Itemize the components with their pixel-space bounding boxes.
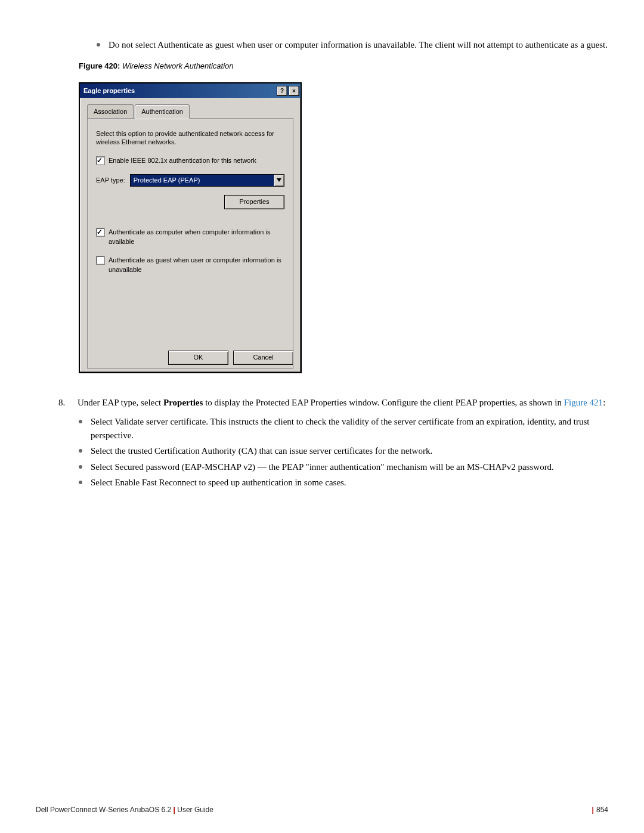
page: Do not select Authenticate as guest when… <box>0 0 644 833</box>
pipe-icon: | <box>592 804 594 815</box>
footer-guide: User Guide <box>177 806 213 814</box>
eap-type-dropdown[interactable]: Protected EAP (PEAP) <box>130 174 284 187</box>
close-button[interactable]: × <box>289 86 299 96</box>
bullet-text: Do not select Authenticate as guest when… <box>109 40 608 49</box>
checkbox-icon <box>96 228 105 237</box>
properties-dialog: Eagle properties ? × Association Authent… <box>79 82 302 373</box>
tab-label: Association <box>94 108 127 115</box>
list-item: Do not select Authenticate as guest when… <box>95 38 608 52</box>
dialog-description: Select this option to provide authentica… <box>96 129 284 147</box>
bullet-text: Select Secured password (EAP-MSCHAP v2) … <box>91 462 554 472</box>
titlebar-buttons: ? × <box>277 86 299 96</box>
checkbox-auth-as-computer[interactable]: Authenticate as computer when computer i… <box>96 227 284 247</box>
list-item: Select Validate server certificate. This… <box>78 415 608 442</box>
properties-button-row: Properties <box>96 195 284 209</box>
figure-number: Figure 420: <box>79 61 120 70</box>
help-button[interactable]: ? <box>277 86 287 96</box>
button-label: Properties <box>239 197 269 207</box>
sub-bullet-list: Select Validate server certificate. This… <box>78 415 608 490</box>
checkbox-auth-as-guest[interactable]: Authenticate as guest when user or compu… <box>96 255 284 275</box>
chevron-down-icon <box>274 175 284 186</box>
properties-button[interactable]: Properties <box>224 195 284 209</box>
bold-text: Properties <box>163 398 203 407</box>
content-block: Do not select Authenticate as guest when… <box>79 38 608 498</box>
list-item: Select Enable Fast Reconnect to speed up… <box>78 476 608 490</box>
page-footer: Dell PowerConnect W-Series ArubaOS 6.2 |… <box>36 804 608 815</box>
tab-authentication[interactable]: Authentication <box>135 104 190 119</box>
numbered-list: 8. Under EAP type, select Properties to … <box>58 396 608 498</box>
checkbox-label: Authenticate as guest when user or compu… <box>109 255 284 275</box>
dropdown-value: Protected EAP (PEAP) <box>131 175 274 186</box>
close-icon: × <box>292 86 296 95</box>
figure-link[interactable]: Figure 421 <box>564 398 603 407</box>
item-body: Under EAP type, select Properties to dis… <box>78 396 608 498</box>
figure-caption: Figure 420: Wireless Network Authenticat… <box>79 60 608 72</box>
list-item: Select Secured password (EAP-MSCHAP v2) … <box>78 460 608 474</box>
text: : <box>603 398 605 407</box>
intro-bullet-list: Do not select Authenticate as guest when… <box>95 38 608 52</box>
bullet-text: Select Validate server certificate. This… <box>91 417 590 440</box>
bullet-text: Select Enable Fast Reconnect to speed up… <box>91 478 346 487</box>
dialog-title: Eagle properties <box>83 86 135 96</box>
text: to display the Protected EAP Properties … <box>203 398 564 407</box>
checkbox-label: Enable IEEE 802.1x authentication for th… <box>109 156 256 166</box>
page-number: 854 <box>596 804 608 815</box>
dialog-body: Association Authentication Select this o… <box>80 98 301 376</box>
text: Under EAP type, select <box>78 398 163 407</box>
eap-type-row: EAP type: Protected EAP (PEAP) <box>96 174 284 187</box>
tab-association[interactable]: Association <box>87 104 134 119</box>
tab-strip: Association Authentication <box>87 104 293 119</box>
tab-pane: Select this option to provide authentica… <box>87 118 293 368</box>
dialog-titlebar: Eagle properties ? × <box>80 83 301 98</box>
checkbox-icon <box>96 156 105 165</box>
list-item-8: 8. Under EAP type, select Properties to … <box>58 396 608 498</box>
eap-type-label: EAP type: <box>96 175 125 185</box>
footer-left: Dell PowerConnect W-Series ArubaOS 6.2 |… <box>36 804 213 815</box>
item-number: 8. <box>58 396 70 498</box>
footer-right: | 854 <box>592 804 608 815</box>
help-icon: ? <box>280 86 284 95</box>
checkbox-label: Authenticate as computer when computer i… <box>109 227 284 247</box>
checkbox-icon <box>96 256 105 265</box>
figure-title: Wireless Network Authentication <box>122 61 234 70</box>
bullet-text: Select the trusted Certification Authori… <box>91 446 432 456</box>
tab-label: Authentication <box>141 108 183 115</box>
checkbox-enable-8021x[interactable]: Enable IEEE 802.1x authentication for th… <box>96 156 284 166</box>
footer-product: Dell PowerConnect W-Series ArubaOS 6.2 <box>36 806 171 814</box>
list-item: Select the trusted Certification Authori… <box>78 444 608 458</box>
